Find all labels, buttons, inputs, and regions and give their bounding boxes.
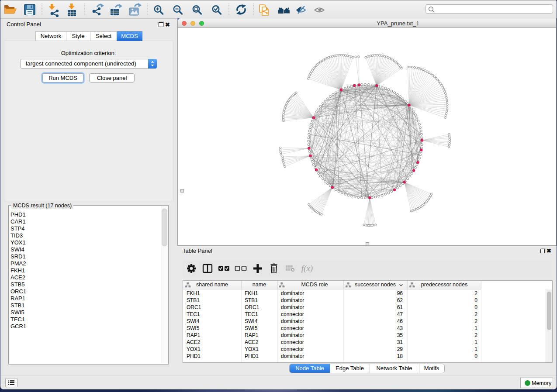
svg-text:f(x): f(x) xyxy=(301,264,313,273)
